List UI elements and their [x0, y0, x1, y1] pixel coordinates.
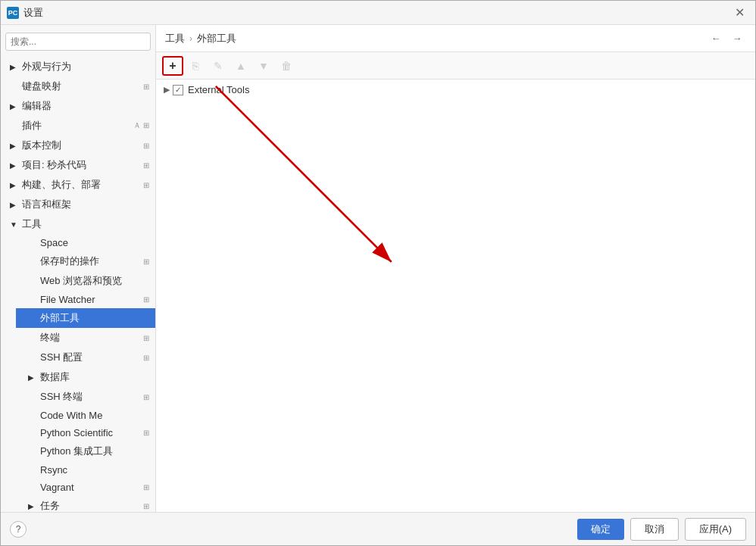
sidebar-item-web[interactable]: Web 浏览器和预览	[16, 271, 155, 291]
arrow-icon: ▶	[10, 63, 19, 71]
help-button[interactable]: ?	[10, 521, 27, 538]
sidebar-item-tasks[interactable]: ▶ 任务 ⊞	[16, 496, 155, 512]
breadcrumb-bar: 工具 › 外部工具 ← →	[156, 25, 755, 52]
settings-icon: ⊞	[143, 181, 149, 189]
apply-button[interactable]: 应用(A)	[685, 518, 746, 541]
sidebar-item-editor[interactable]: ▶ 编辑器	[1, 96, 155, 116]
sidebar-item-label: File Watcher	[40, 294, 95, 305]
sidebar-item-label: 外观与行为	[22, 60, 71, 73]
arrow-icon: ▶	[28, 373, 37, 382]
forward-button[interactable]: →	[728, 30, 746, 48]
settings-icon: ⊞	[143, 257, 149, 266]
breadcrumb-part-1: 工具	[165, 32, 185, 45]
sidebar-item-pyintegrated[interactable]: Python 集成工具	[16, 441, 155, 461]
app-icon: PC	[7, 7, 19, 19]
edit-button[interactable]: ✎	[208, 56, 229, 76]
sidebar-item-label: 插件	[22, 119, 42, 133]
sidebar-item-label: Web 浏览器和预览	[40, 274, 122, 288]
settings-icon: ⊞	[143, 393, 149, 401]
arrow-icon: ▶	[10, 142, 19, 150]
sidebar-item-vcs[interactable]: ▶ 版本控制 ⊞	[1, 136, 155, 155]
sidebar-item-label: 构建、执行、部署	[22, 178, 101, 192]
close-button[interactable]: ✕	[730, 4, 749, 21]
copy-icon: ⎘	[192, 60, 198, 72]
sidebar-item-externaltools[interactable]: 外部工具	[16, 308, 155, 328]
settings-icon: ⊞	[143, 502, 149, 510]
sidebar-item-label: 版本控制	[22, 139, 61, 152]
copy-button[interactable]: ⎘	[185, 56, 206, 76]
arrow-icon: ▶	[10, 201, 19, 209]
sidebar-item-label: Code With Me	[40, 410, 102, 421]
delete-icon: 🗑	[281, 60, 292, 72]
sidebar-item-ssh[interactable]: SSH 配置 ⊞	[16, 348, 155, 367]
sidebar: ▶ 外观与行为 键盘映射 ⊞ ▶ 编辑器 插件 Ａ ⊞ ▶ 版本控制 ⊞	[1, 25, 156, 512]
edit-icon: ✎	[214, 60, 223, 72]
bottom-bar: ? 确定 取消 应用(A)	[1, 512, 755, 545]
sidebar-item-vagrant[interactable]: Vagrant ⊞	[16, 479, 155, 496]
sidebar-item-database[interactable]: ▶ 数据库	[16, 367, 155, 387]
breadcrumb-part-2: 外部工具	[197, 32, 236, 45]
sidebar-item-pyscientific[interactable]: Python Scientific ⊞	[16, 424, 155, 441]
toolbar: + ⎘ ✎ ▲ ▼ 🗑	[156, 52, 755, 80]
help-icon: ?	[16, 524, 21, 535]
arrow-down-icon: ▼	[10, 220, 19, 229]
settings-icon: ⊞	[143, 83, 149, 91]
cancel-button[interactable]: 取消	[630, 518, 679, 541]
sidebar-item-label: Vagrant	[40, 482, 74, 493]
bottom-bar-right: 确定 取消 应用(A)	[577, 518, 746, 541]
sidebar-item-save[interactable]: 保存时的操作 ⊞	[16, 251, 155, 271]
ok-button[interactable]: 确定	[577, 519, 624, 540]
search-input[interactable]	[5, 33, 151, 51]
plus-icon: +	[169, 59, 176, 73]
settings-icon: ⊞	[143, 429, 149, 437]
move-down-button[interactable]: ▼	[253, 56, 274, 76]
sidebar-item-label: 任务	[40, 499, 60, 512]
sidebar-item-tools[interactable]: ▼ 工具	[1, 214, 155, 234]
sidebar-item-label: SSH 终端	[40, 390, 83, 404]
tree-item[interactable]: ▶ ✓ External Tools	[156, 80, 755, 100]
sidebar-item-terminal[interactable]: 终端 ⊞	[16, 328, 155, 348]
sidebar-item-space[interactable]: Space	[16, 234, 155, 251]
settings-icon: Ａ ⊞	[133, 120, 149, 131]
sidebar-item-lang[interactable]: ▶ 语言和框架	[1, 195, 155, 214]
delete-button[interactable]: 🗑	[276, 56, 297, 76]
sidebar-item-label: Python Scientific	[40, 427, 113, 438]
bottom-bar-left: ?	[10, 521, 27, 538]
down-icon: ▼	[258, 60, 269, 72]
settings-icon: ⊞	[143, 483, 149, 491]
up-icon: ▲	[236, 60, 246, 72]
sidebar-item-build[interactable]: ▶ 构建、执行、部署 ⊞	[1, 175, 155, 195]
tree-checkbox[interactable]: ✓	[173, 85, 183, 95]
settings-icon: ⊞	[143, 295, 149, 304]
sidebar-item-label: 终端	[40, 331, 60, 345]
breadcrumb-separator: ›	[189, 33, 192, 44]
sidebar-item-label: 保存时的操作	[40, 254, 99, 268]
sidebar-item-appearance[interactable]: ▶ 外观与行为	[1, 57, 155, 76]
sidebar-item-label: 数据库	[40, 370, 70, 384]
sidebar-item-label: 外部工具	[40, 311, 80, 325]
add-button[interactable]: +	[162, 56, 183, 76]
sidebar-item-sshterminal[interactable]: SSH 终端 ⊞	[16, 387, 155, 407]
window-title: 设置	[23, 6, 43, 20]
sidebar-item-codewithme[interactable]: Code With Me	[16, 407, 155, 424]
sidebar-item-filewatcher[interactable]: File Watcher ⊞	[16, 291, 155, 308]
sidebar-item-project[interactable]: ▶ 项目: 秒杀代码 ⊞	[1, 155, 155, 175]
breadcrumb-nav: ← →	[707, 30, 746, 48]
tools-subitems: Space 保存时的操作 ⊞ Web 浏览器和预览 File Watcher ⊞	[1, 234, 155, 512]
main-panel: 工具 › 外部工具 ← → + ⎘ ✎	[156, 25, 755, 512]
move-up-button[interactable]: ▲	[230, 56, 251, 76]
content-area: ▶ 外观与行为 键盘映射 ⊞ ▶ 编辑器 插件 Ａ ⊞ ▶ 版本控制 ⊞	[1, 25, 755, 512]
back-button[interactable]: ←	[707, 30, 725, 48]
settings-icon: ⊞	[143, 142, 149, 150]
sidebar-item-label: 编辑器	[22, 99, 52, 113]
tree-item-label: External Tools	[188, 84, 249, 95]
settings-icon: ⊞	[143, 354, 149, 362]
tree-arrow-icon: ▶	[164, 85, 170, 95]
sidebar-item-label: Python 集成工具	[40, 445, 113, 458]
sidebar-item-label: 键盘映射	[22, 80, 61, 93]
sidebar-item-rsync[interactable]: Rsync	[16, 461, 155, 479]
arrow-icon: ▶	[10, 181, 19, 189]
settings-window: PC 设置 ✕ ▶ 外观与行为 键盘映射 ⊞ ▶ 编辑器	[0, 0, 756, 546]
sidebar-item-plugins[interactable]: 插件 Ａ ⊞	[1, 116, 155, 136]
sidebar-item-keymap[interactable]: 键盘映射 ⊞	[1, 76, 155, 96]
